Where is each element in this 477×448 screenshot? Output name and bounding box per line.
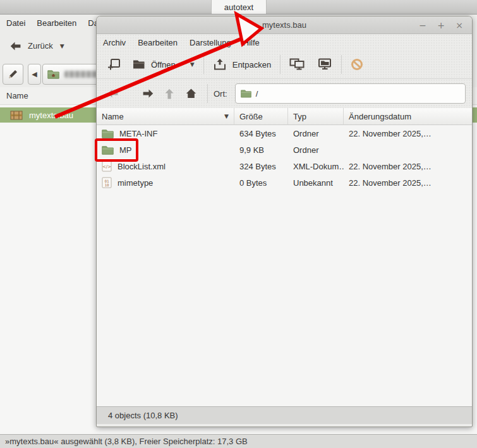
table-row[interactable]: META-INF 634 Bytes Ordner 22. November 2…: [97, 125, 472, 142]
open-button-label: Öffnen: [151, 60, 176, 70]
nav-up-button[interactable]: [159, 83, 180, 104]
table-row[interactable]: MP 9,9 KB Ordner: [97, 142, 472, 158]
home-folder-icon: [47, 70, 59, 79]
maximize-button[interactable]: +: [436, 20, 446, 30]
open-archive-icon: [132, 59, 145, 70]
nav-back-button[interactable]: [102, 83, 123, 104]
row-date: 22. November 2025,…: [344, 129, 472, 138]
folder-icon: [102, 129, 114, 138]
svg-text:10: 10: [104, 183, 109, 187]
column-header-name[interactable]: Name ▼: [97, 108, 234, 125]
row-type: Unbekannt: [288, 178, 344, 188]
folder-icon: [102, 145, 114, 155]
toolbar-separator: [280, 55, 281, 74]
new-archive-icon: [107, 58, 121, 71]
minimize-button[interactable]: −: [418, 20, 428, 30]
file-manager-title: autotext: [224, 3, 253, 12]
back-button-label: Zurück: [28, 41, 53, 51]
file-list-header-label: Name: [6, 91, 28, 100]
row-size: 0 Bytes: [234, 178, 288, 188]
file-manager-titlebar: autotext: [0, 0, 477, 15]
row-size: 324 Bytes: [234, 162, 288, 171]
menu-archiv[interactable]: Archiv: [103, 38, 126, 47]
archive-file-list: META-INF 634 Bytes Ordner 22. November 2…: [97, 125, 472, 406]
nav-home-button[interactable]: [180, 83, 202, 104]
nav-forward-icon: [143, 89, 154, 98]
display-windows-icon: [289, 58, 305, 71]
open-recent-caret-icon[interactable]: ▼: [190, 61, 195, 68]
archive-toolbar: Öffnen ▼ Entpacken: [97, 51, 472, 79]
column-size-label: Größe: [239, 112, 263, 121]
row-type: Ordner: [288, 145, 344, 155]
column-header-size[interactable]: Größe: [234, 108, 288, 125]
edit-location-button[interactable]: [3, 64, 23, 85]
menu-datei[interactable]: Datei: [6, 18, 25, 28]
extract-icon: [213, 58, 227, 71]
archive-manager-window: mytexts.bau − + × Archiv Bearbeiten Dars…: [96, 16, 473, 427]
home-icon: [186, 88, 196, 99]
back-history-caret-icon[interactable]: ▼: [60, 43, 64, 49]
row-size: 9,9 KB: [234, 145, 288, 155]
archive-status-text: 4 objects (10,8 KB): [108, 411, 178, 420]
close-button[interactable]: ×: [454, 20, 464, 30]
location-path: /: [256, 89, 258, 99]
toolbar-separator: [203, 55, 204, 74]
open-files-button[interactable]: [311, 54, 338, 75]
menu-bearbeiten[interactable]: Bearbeiten: [37, 18, 76, 28]
table-row[interactable]: 01 10 mimetype 0 Bytes Unbekannt 22. Nov…: [97, 174, 472, 191]
column-header-type[interactable]: Typ: [288, 108, 344, 125]
nav-back-icon: [107, 89, 118, 98]
archive-file-icon: [10, 110, 23, 121]
back-button[interactable]: Zurück ▼: [5, 35, 69, 56]
breadcrumb-blurred-text: [64, 71, 97, 78]
row-type: XML-Dokum…: [288, 162, 344, 171]
extract-button[interactable]: Entpacken: [207, 54, 277, 75]
row-date: 22. November 2025,…: [344, 162, 472, 171]
nav-up-icon: [165, 88, 174, 99]
extract-button-label: Entpacken: [232, 60, 271, 70]
file-manager-statusbar: »mytexts.bau« ausgewählt (3,8 KB), Freie…: [0, 434, 477, 448]
column-headers: Name ▼ Größe Typ Änderungsdatum: [97, 108, 472, 125]
row-name: BlockList.xml: [118, 162, 166, 171]
breadcrumb-scroll-left-button[interactable]: ◀: [28, 64, 41, 85]
toolbar-separator: [341, 55, 342, 74]
row-name: MP: [119, 145, 132, 155]
row-size: 634 Bytes: [234, 129, 288, 138]
stop-button[interactable]: [345, 54, 369, 75]
binary-file-icon: 01 10: [102, 177, 112, 188]
archive-window-bottom-frame: [97, 424, 472, 427]
archive-navbar: Ort: /: [97, 79, 472, 108]
view-file-button[interactable]: [284, 54, 311, 75]
row-name: mimetype: [118, 178, 153, 188]
open-archive-button[interactable]: Öffnen ▼: [126, 54, 200, 75]
xml-file-icon: </>: [102, 160, 112, 172]
location-input[interactable]: /: [235, 83, 466, 104]
sort-descending-icon: ▼: [224, 113, 229, 119]
svg-text:</>: </>: [102, 164, 111, 169]
column-type-label: Typ: [293, 112, 306, 121]
nav-forward-button[interactable]: [137, 83, 159, 104]
table-row[interactable]: </> BlockList.xml 324 Bytes XML-Dokum… 2…: [97, 158, 472, 174]
column-header-date[interactable]: Änderungsdatum: [344, 108, 472, 125]
back-arrow-icon: [10, 42, 21, 51]
stop-icon: [351, 58, 363, 71]
row-type: Ordner: [288, 129, 344, 138]
menu-darstellung-archive[interactable]: Darstellung: [190, 38, 231, 47]
breadcrumb-home-button[interactable]: [42, 64, 102, 85]
location-label: Ort:: [214, 89, 227, 99]
display-folder-icon: [317, 58, 332, 71]
scroll-left-icon: ◀: [32, 70, 37, 78]
row-name: META-INF: [119, 129, 157, 138]
window-controls: − + ×: [418, 16, 464, 33]
column-date-label: Änderungsdatum: [349, 112, 411, 121]
row-date: 22. November 2025,…: [344, 178, 472, 188]
selected-file-label: mytexts.bau: [29, 111, 73, 120]
new-archive-button[interactable]: [102, 54, 126, 75]
file-manager-title-tab: autotext: [211, 0, 267, 14]
archive-menubar: Archiv Bearbeiten Darstellung Hilfe: [97, 34, 472, 51]
location-folder-icon: [241, 89, 251, 98]
menu-bearbeiten-archive[interactable]: Bearbeiten: [138, 38, 178, 47]
column-name-label: Name: [102, 112, 124, 121]
archive-statusbar: 4 objects (10,8 KB): [97, 406, 472, 424]
menu-hilfe[interactable]: Hilfe: [243, 38, 260, 47]
